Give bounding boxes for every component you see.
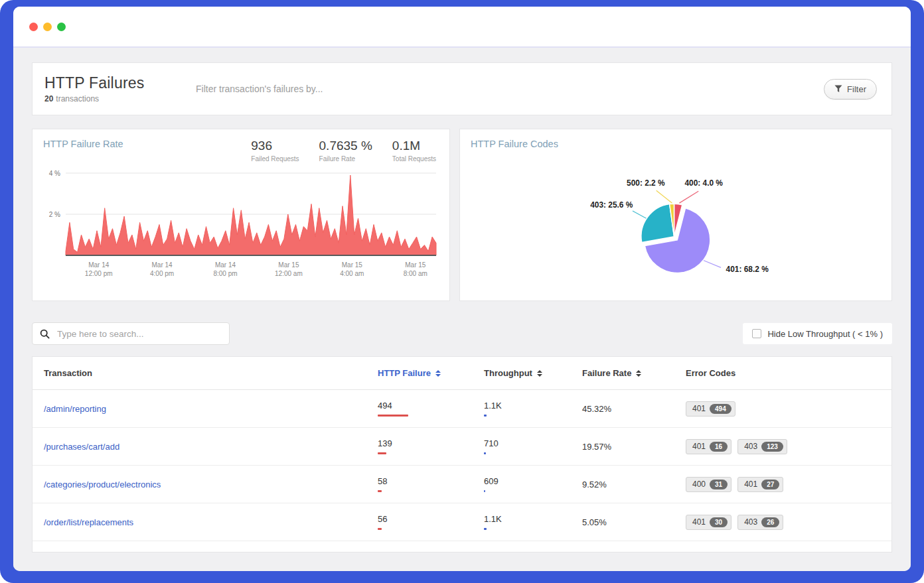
search-input[interactable] bbox=[56, 328, 222, 340]
error-code-label: 401 bbox=[692, 404, 706, 413]
error-code-label: 401 bbox=[744, 480, 757, 489]
http-failure-value: 139 bbox=[378, 438, 484, 448]
error-code-label: 401 bbox=[692, 442, 706, 451]
failure-codes-pie-chart: 400: 4.0 %401: 68.2 %403: 25.6 %500: 2.2… bbox=[460, 129, 891, 300]
stat-total-requests: 0.1MTotal Requests bbox=[392, 139, 436, 162]
failure-rate-value: 45.32% bbox=[582, 404, 686, 414]
error-code-label: 403 bbox=[744, 517, 757, 527]
column-header-failure-rate[interactable]: Failure Rate bbox=[582, 368, 686, 378]
hide-low-throughput-toggle[interactable]: Hide Low Throughput ( < 1% ) bbox=[743, 323, 892, 344]
failure-rate-chart-container: 4 %2 %Mar 1412:00 pmMar 144:00 pmMar 148… bbox=[43, 165, 439, 287]
table-header-row: TransactionHTTP FailureThroughputFailure… bbox=[33, 357, 891, 390]
error-code-badge: 40130 bbox=[686, 515, 732, 530]
failure-rate-panel-head: HTTP Failure Rate 936Failed Requests0.76… bbox=[43, 139, 439, 162]
pie-leader-401 bbox=[702, 259, 721, 267]
pie-label-400: 400: 4.0 % bbox=[684, 178, 723, 188]
sort-icon bbox=[435, 370, 441, 377]
table-row: /purchases/cart/add13971019.57%401164031… bbox=[33, 428, 891, 466]
transaction-count-label: transactions bbox=[56, 94, 99, 103]
x-axis-tick: Mar 1512:00 am bbox=[275, 261, 303, 277]
failure-rate-value: 5.05% bbox=[582, 517, 686, 527]
error-code-badge: 403123 bbox=[737, 439, 787, 454]
error-code-badge: 40116 bbox=[686, 439, 732, 454]
transactions-table: TransactionHTTP FailureThroughputFailure… bbox=[32, 356, 892, 552]
hide-low-throughput-checkbox[interactable] bbox=[752, 329, 761, 338]
error-code-label: 403 bbox=[744, 442, 757, 451]
filter-button-label: Filter bbox=[847, 84, 866, 94]
column-header-throughput[interactable]: Throughput bbox=[484, 368, 582, 378]
error-code-count: 123 bbox=[761, 442, 783, 452]
pie-leader-500 bbox=[656, 190, 672, 203]
column-header-http-failure[interactable]: HTTP Failure bbox=[378, 368, 484, 378]
area-series bbox=[66, 175, 436, 255]
table-body: /admin/reporting4941.1K45.32%401494/purc… bbox=[33, 390, 891, 541]
throughput-bar bbox=[484, 452, 486, 454]
main-content: HTTP Failures 20transactions Filter HTTP… bbox=[13, 48, 911, 571]
stat-value: 0.1M bbox=[392, 139, 436, 153]
filter-button[interactable]: Filter bbox=[824, 79, 877, 99]
throughput-bar bbox=[484, 415, 487, 417]
column-header-transaction: Transaction bbox=[44, 368, 378, 378]
stat-label: Failure Rate bbox=[319, 155, 372, 162]
page-header: HTTP Failures 20transactions Filter bbox=[32, 62, 892, 115]
throughput-value: 609 bbox=[484, 476, 582, 486]
http-failure-value: 58 bbox=[378, 476, 484, 486]
column-header-label: Throughput bbox=[484, 368, 532, 378]
error-code-count: 31 bbox=[710, 480, 728, 489]
search-icon bbox=[40, 329, 50, 339]
throughput-bar bbox=[484, 528, 487, 530]
error-code-badge: 40127 bbox=[737, 477, 783, 492]
error-code-count: 494 bbox=[710, 404, 732, 414]
x-axis-tick: Mar 154:00 am bbox=[340, 261, 364, 277]
stat-value: 0.7635 % bbox=[319, 139, 372, 153]
transaction-link[interactable]: /purchases/cart/add bbox=[44, 442, 119, 452]
close-window-button[interactable] bbox=[29, 23, 38, 31]
throughput-value: 1.1K bbox=[484, 514, 582, 524]
error-code-count: 30 bbox=[710, 517, 728, 527]
app-frame: HTTP Failures 20transactions Filter HTTP… bbox=[0, 0, 924, 583]
x-axis-tick: Mar 144:00 pm bbox=[150, 261, 174, 277]
table-controls: Hide Low Throughput ( < 1% ) bbox=[32, 322, 892, 345]
http-failure-bar bbox=[378, 415, 408, 417]
failure-rate-stats: 936Failed Requests0.7635 %Failure Rate0.… bbox=[251, 139, 439, 162]
x-axis-tick: Mar 148:00 pm bbox=[213, 261, 237, 277]
zoom-window-button[interactable] bbox=[57, 23, 66, 31]
http-failure-value: 494 bbox=[378, 401, 484, 411]
failure-rate-value: 19.57% bbox=[582, 442, 686, 452]
throughput-value: 710 bbox=[484, 438, 582, 448]
table-row: /order/list/replacements561.1K5.05%40130… bbox=[33, 503, 891, 541]
app-window: HTTP Failures 20transactions Filter HTTP… bbox=[13, 7, 911, 571]
error-code-badge: 40031 bbox=[686, 477, 732, 492]
transaction-link[interactable]: /admin/reporting bbox=[44, 404, 106, 414]
pie-label-401: 401: 68.2 % bbox=[726, 265, 769, 274]
column-header-error-codes: Error Codes bbox=[686, 368, 891, 378]
http-failure-bar bbox=[378, 528, 382, 530]
failure-codes-panel: HTTP Failure Codes 400: 4.0 %401: 68.2 %… bbox=[459, 129, 892, 301]
filter-input[interactable] bbox=[194, 83, 824, 95]
column-header-label: HTTP Failure bbox=[378, 368, 431, 378]
error-code-label: 401 bbox=[692, 517, 706, 527]
stat-label: Failed Requests bbox=[251, 155, 299, 162]
y-axis-tick: 4 % bbox=[49, 170, 60, 177]
table-row: /categories/product/electronics586099.52… bbox=[33, 466, 891, 503]
pie-label-500: 500: 2.2 % bbox=[627, 178, 665, 188]
http-failure-bar bbox=[378, 452, 386, 454]
error-code-badge: 40326 bbox=[737, 515, 783, 530]
filter-funnel-icon bbox=[834, 85, 842, 93]
transaction-count-value: 20 bbox=[44, 94, 53, 103]
throughput-value: 1.1K bbox=[484, 401, 582, 411]
sort-icon bbox=[636, 370, 641, 377]
error-code-count: 27 bbox=[761, 480, 779, 489]
pie-slice-403[interactable] bbox=[641, 204, 674, 243]
column-header-label: Error Codes bbox=[686, 368, 735, 378]
hide-low-throughput-label: Hide Low Throughput ( < 1% ) bbox=[767, 329, 883, 339]
table-row: /admin/reporting4941.1K45.32%401494 bbox=[33, 390, 891, 428]
transaction-link[interactable]: /order/list/replacements bbox=[44, 517, 133, 527]
column-header-label: Transaction bbox=[44, 368, 92, 378]
transaction-link[interactable]: /categories/product/electronics bbox=[44, 480, 161, 489]
charts-row: HTTP Failure Rate 936Failed Requests0.76… bbox=[32, 129, 892, 301]
error-code-count: 16 bbox=[710, 442, 728, 452]
http-failure-bar bbox=[378, 490, 382, 492]
minimize-window-button[interactable] bbox=[43, 23, 52, 31]
page-header-titles: HTTP Failures 20transactions bbox=[44, 74, 194, 103]
